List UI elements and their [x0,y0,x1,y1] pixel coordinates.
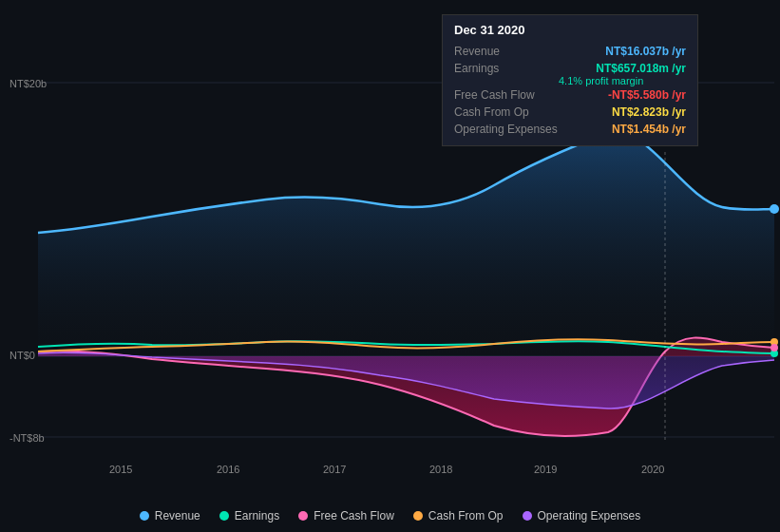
tooltip-label-opexp: Operating Expenses [454,123,559,136]
tooltip-value-earnings: NT$657.018m /yr [596,62,686,75]
legend-label-earnings: Earnings [235,509,279,522]
legend-label-revenue: Revenue [155,509,200,522]
tooltip-title: Dec 31 2020 [454,23,686,37]
tooltip-row-opexp: Operating Expenses NT$1.454b /yr [454,121,686,138]
y-label-zero: NT$0 [10,350,35,361]
tooltip-value-revenue: NT$16.037b /yr [605,45,686,58]
y-label-top: NT$20b [10,78,47,89]
tooltip-profit-margin: 4.1% profit margin [454,75,686,86]
x-label-2020: 2020 [641,464,664,475]
legend-dot-fcf [298,511,308,521]
y-label-bottom: -NT$8b [10,432,45,444]
svg-point-8 [770,344,778,352]
tooltip-label-fcf: Free Cash Flow [454,88,559,102]
x-label-2016: 2016 [217,464,239,475]
tooltip-label-revenue: Revenue [454,45,559,58]
chart-legend: Revenue Earnings Free Cash Flow Cash Fro… [0,509,780,522]
tooltip-box: Dec 31 2020 Revenue NT$16.037b /yr Earni… [442,14,698,146]
legend-dot-revenue [140,511,149,521]
x-label-2019: 2019 [534,464,557,475]
tooltip-label-cashfromop: Cash From Op [454,105,559,119]
tooltip-value-cashfromop: NT$2.823b /yr [612,105,686,119]
tooltip-label-earnings: Earnings [454,62,559,75]
x-label-2018: 2018 [429,464,452,475]
legend-dot-earnings [219,511,229,521]
tooltip-value-opexp: NT$1.454b /yr [612,123,686,136]
legend-dot-opexp [523,511,532,521]
tooltip-row-revenue: Revenue NT$16.037b /yr [454,43,686,60]
legend-item-earnings[interactable]: Earnings [219,509,279,522]
legend-item-revenue[interactable]: Revenue [140,509,200,522]
chart-container: NT$20b NT$0 -NT$8b 2015 2016 2017 2018 2… [0,0,780,532]
legend-label-fcf: Free Cash Flow [314,509,394,522]
tooltip-row-fcf: Free Cash Flow -NT$5.580b /yr [454,86,686,104]
legend-item-cashfromop[interactable]: Cash From Op [413,509,504,522]
legend-label-opexp: Operating Expenses [538,509,641,522]
legend-item-fcf[interactable]: Free Cash Flow [298,509,394,522]
x-label-2015: 2015 [109,464,132,475]
legend-label-cashfromop: Cash From Op [428,509,504,522]
legend-dot-cashfromop [413,511,423,521]
x-label-2017: 2017 [323,464,346,475]
svg-point-5 [770,204,779,214]
legend-item-opexp[interactable]: Operating Expenses [523,509,641,522]
tooltip-value-fcf: -NT$5.580b /yr [608,88,686,102]
tooltip-row-cashfromop: Cash From Op NT$2.823b /yr [454,104,686,121]
